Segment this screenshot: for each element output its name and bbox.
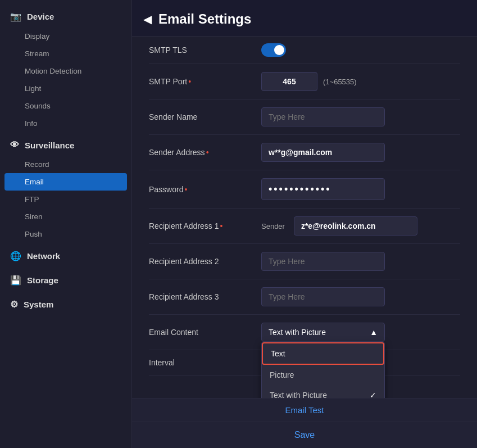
device-icon: 📷 <box>10 11 21 22</box>
recipient2-row: Recipient Address 2 <box>149 244 460 279</box>
sidebar-section-surveillance-header[interactable]: 👁 Surveillance <box>0 134 131 156</box>
smtp-port-value: (1~65535) <box>261 72 460 91</box>
sender-address-value: w**g@gmail.com <box>261 143 460 162</box>
sidebar-item-ftp[interactable]: FTP <box>0 191 131 208</box>
check-mark-icon: ✓ <box>370 391 376 398</box>
sidebar-section-surveillance-label: Surveillance <box>25 141 74 150</box>
recipient1-row: Recipient Address 1• Sender z*e@reolink.… <box>149 209 460 244</box>
password-label: Password• <box>149 185 261 194</box>
dropdown-item-picture[interactable]: Picture <box>262 365 384 385</box>
sender-address-required: • <box>206 148 209 157</box>
sidebar-item-email[interactable]: Email <box>4 173 127 191</box>
smtp-tls-toggle[interactable] <box>261 43 286 57</box>
sender-address-display: w**g@gmail.com <box>261 143 385 162</box>
smtp-port-row: SMTP Port• (1~65535) <box>149 64 460 99</box>
sidebar-item-info[interactable]: Info <box>0 115 131 132</box>
main-content: ◀ Email Settings SMTP TLS SMTP Port• (1~… <box>132 0 477 448</box>
page-title: Email Settings <box>158 11 251 27</box>
interval-label: Interval <box>149 358 261 367</box>
sidebar-section-device: 📷 Device Display Stream Motion Detection… <box>0 6 131 132</box>
sidebar-section-system: ⚙ System <box>0 293 131 315</box>
smtp-tls-label: SMTP TLS <box>149 46 261 55</box>
back-button[interactable]: ◀ <box>143 12 152 26</box>
recipient1-sender-label: Sender <box>261 222 285 230</box>
sidebar-item-siren[interactable]: Siren <box>0 208 131 225</box>
sidebar-section-system-label: System <box>24 300 53 309</box>
sender-name-input[interactable] <box>261 107 385 126</box>
sidebar: 📷 Device Display Stream Motion Detection… <box>0 0 132 448</box>
dropdown-item-picture-label: Picture <box>270 370 294 379</box>
recipient3-value <box>261 287 460 306</box>
save-bar: Save <box>132 422 477 448</box>
network-icon: 🌐 <box>10 251 21 261</box>
password-display: •••••••••••• <box>261 178 385 200</box>
smtp-port-required: • <box>188 77 191 86</box>
save-button[interactable]: Save <box>294 430 315 440</box>
dropdown-item-text[interactable]: Text <box>262 342 384 365</box>
smtp-tls-row: SMTP TLS <box>149 37 460 64</box>
recipient1-label: Recipient Address 1• <box>149 221 261 230</box>
sidebar-item-stream[interactable]: Stream <box>0 45 131 62</box>
sidebar-section-storage: 💾 Storage <box>0 269 131 291</box>
email-test-button[interactable]: Email Test <box>285 405 324 415</box>
sidebar-section-system-header[interactable]: ⚙ System <box>0 293 131 315</box>
sender-address-label: Sender Address• <box>149 148 261 157</box>
sidebar-section-network-label: Network <box>27 251 60 261</box>
recipient2-input[interactable] <box>261 252 385 271</box>
chevron-up-icon: ▲ <box>370 328 378 337</box>
email-content-selected: Text with Picture <box>269 328 326 337</box>
sender-name-row: Sender Name <box>149 99 460 135</box>
surveillance-icon: 👁 <box>10 140 19 150</box>
sender-address-row: Sender Address• w**g@gmail.com <box>149 135 460 170</box>
recipient2-label: Recipient Address 2 <box>149 257 261 266</box>
storage-icon: 💾 <box>10 275 21 286</box>
recipient1-value: Sender z*e@reolink.com.cn <box>261 216 460 236</box>
sidebar-item-record[interactable]: Record <box>0 156 131 173</box>
recipient3-label: Recipient Address 3 <box>149 292 261 301</box>
sidebar-item-sounds[interactable]: Sounds <box>0 97 131 115</box>
recipient1-display: z*e@reolink.com.cn <box>294 216 417 236</box>
sender-name-value <box>261 107 460 126</box>
sidebar-item-light[interactable]: Light <box>0 80 131 97</box>
sender-name-label: Sender Name <box>149 112 261 121</box>
sidebar-section-storage-label: Storage <box>27 275 58 285</box>
page-header: ◀ Email Settings <box>132 0 477 37</box>
dropdown-item-text-label: Text <box>271 349 285 358</box>
smtp-port-input[interactable] <box>261 72 317 91</box>
email-content-value: Text with Picture ▲ Text Picture Text wi… <box>261 323 460 342</box>
sidebar-section-device-header[interactable]: 📷 Device <box>0 6 131 28</box>
smtp-port-label: SMTP Port• <box>149 77 261 86</box>
sidebar-section-network: 🌐 Network <box>0 245 131 267</box>
password-row: Password• •••••••••••• <box>149 170 460 209</box>
email-content-row: Email Content Text with Picture ▲ Text P… <box>149 315 460 350</box>
password-required: • <box>184 185 187 194</box>
email-content-label: Email Content <box>149 328 261 337</box>
sidebar-item-push[interactable]: Push <box>0 225 131 243</box>
sidebar-section-surveillance: 👁 Surveillance Record Email FTP Siren Pu… <box>0 134 131 243</box>
smtp-port-range: (1~65535) <box>323 78 357 86</box>
sidebar-section-network-header[interactable]: 🌐 Network <box>0 245 131 267</box>
system-icon: ⚙ <box>10 299 18 310</box>
recipient3-row: Recipient Address 3 <box>149 279 460 315</box>
smtp-tls-toggle-container <box>261 43 460 57</box>
recipient1-required: • <box>220 221 223 230</box>
recipient2-value <box>261 252 460 271</box>
form-area: SMTP TLS SMTP Port• (1~65535) Sender Nam… <box>132 37 477 398</box>
sidebar-section-storage-header[interactable]: 💾 Storage <box>0 269 131 291</box>
sidebar-section-device-label: Device <box>27 12 54 21</box>
email-content-dropdown-btn[interactable]: Text with Picture ▲ <box>261 323 385 342</box>
email-content-dropdown-container: Text with Picture ▲ Text Picture Text wi… <box>261 323 385 342</box>
password-value: •••••••••••• <box>261 178 460 200</box>
email-content-dropdown-menu: Text Picture Text with Picture ✓ Text wi… <box>261 342 385 398</box>
dropdown-item-text-with-picture[interactable]: Text with Picture ✓ <box>262 385 384 398</box>
email-test-bar: Email Test <box>132 398 477 422</box>
recipient3-input[interactable] <box>261 287 385 306</box>
dropdown-item-text-with-picture-label: Text with Picture <box>270 391 327 398</box>
sidebar-item-motion-detection[interactable]: Motion Detection <box>0 62 131 80</box>
sidebar-item-display[interactable]: Display <box>0 28 131 45</box>
